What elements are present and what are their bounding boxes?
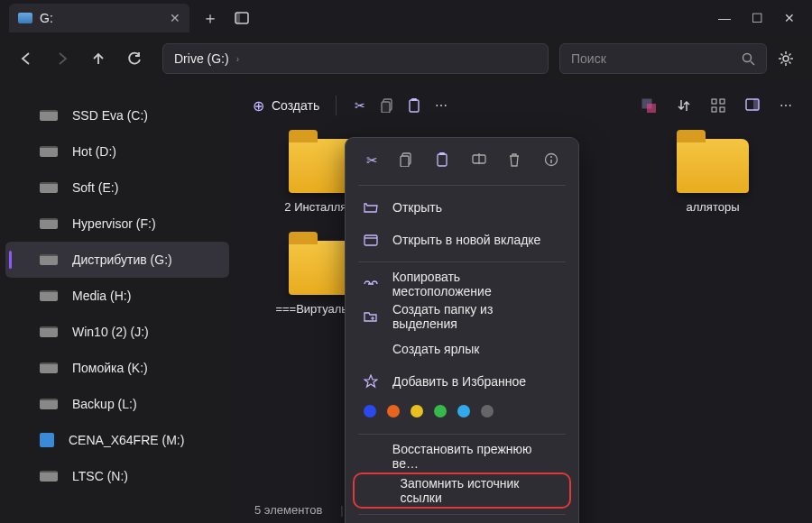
sidebar-item-label: Помойка (K:)	[72, 361, 148, 375]
back-button[interactable]	[18, 50, 43, 67]
ctx-restore[interactable]: Восстановить прежнюю ве…	[346, 440, 578, 473]
drive-icon	[40, 290, 58, 301]
ctx-label: Создать папку из выделения	[392, 302, 560, 331]
sidebar-item-ltsc[interactable]: LTSC (N:)	[0, 458, 235, 494]
drive-icon	[40, 362, 58, 373]
svg-rect-18	[438, 154, 447, 166]
ctx-copy-icon[interactable]	[400, 152, 416, 169]
drive-icon	[40, 399, 58, 409]
settings-button[interactable]	[778, 50, 794, 67]
breadcrumb[interactable]: Drive (G:) ›	[162, 43, 549, 74]
create-label: Создать	[272, 98, 319, 113]
sidebar-item-label: Hypervisor (F:)	[72, 216, 156, 231]
sidebar-item-pomoyka[interactable]: Помойка (K:)	[0, 350, 235, 386]
sidebar-item-label: SSD Eva (C:)	[72, 108, 148, 123]
ctx-open[interactable]: Открыть	[346, 191, 578, 224]
close-button[interactable]: ✕	[783, 11, 796, 25]
svg-rect-23	[364, 235, 377, 245]
new-tab-button[interactable]: ＋	[202, 10, 218, 26]
svg-point-2	[743, 53, 752, 61]
color-swatch[interactable]	[411, 405, 423, 417]
ctx-create-folder[interactable]: Создать папку из выделения	[346, 300, 578, 333]
ctx-label: Создать ярлык	[392, 342, 479, 356]
ctx-add-favorite[interactable]: Добавить в Избранное	[346, 365, 578, 398]
tab-active[interactable]: G: ✕	[9, 4, 189, 32]
svg-rect-1	[235, 13, 240, 23]
paste-button[interactable]	[407, 98, 421, 113]
svg-rect-13	[720, 107, 724, 112]
sidebar-item-cena[interactable]: CENA_X64FRE (M:)	[0, 422, 235, 458]
sidebar-item-backup[interactable]: Backup (L:)	[0, 386, 235, 422]
drive-icon	[40, 254, 58, 265]
folder-label: алляторы	[686, 200, 739, 214]
color-swatch[interactable]	[457, 405, 470, 417]
svg-rect-11	[720, 99, 724, 104]
svg-rect-17	[401, 156, 409, 167]
ctx-delete-icon[interactable]	[508, 152, 524, 169]
drive-icon	[40, 218, 58, 229]
sort-button[interactable]	[677, 98, 691, 114]
svg-rect-19	[439, 152, 445, 155]
close-icon[interactable]: ✕	[170, 11, 180, 25]
color-swatch[interactable]	[434, 405, 447, 417]
sidebar-item-label: CENA_X64FRE (M:)	[69, 433, 184, 447]
ctx-copy-location[interactable]: Копировать местоположение	[346, 268, 578, 300]
maximize-button[interactable]: ☐	[751, 11, 763, 25]
ctx-cut-icon[interactable]: ✂	[364, 152, 380, 169]
plus-icon: ⊕	[253, 97, 264, 115]
svg-rect-7	[411, 98, 417, 101]
color-swatch[interactable]	[481, 405, 494, 417]
tab-icon	[364, 234, 380, 246]
color-swatch[interactable]	[364, 405, 376, 417]
create-button[interactable]: ⊕ Создать	[253, 97, 319, 115]
color-swatch[interactable]	[387, 405, 400, 417]
drive-icon	[40, 182, 58, 193]
ctx-label: Добавить в Избранное	[392, 374, 526, 389]
open-icon	[364, 201, 380, 214]
svg-rect-9	[647, 104, 656, 113]
copy-button[interactable]	[380, 98, 394, 113]
view-layout-button[interactable]	[711, 98, 725, 114]
window-controls: — ☐ ✕	[718, 11, 812, 25]
sidebar-item-media[interactable]: Media (H:)	[0, 278, 235, 314]
sidebar-item-win10[interactable]: Win10 (2) (J:)	[0, 314, 235, 350]
search-input[interactable]: Поиск	[559, 43, 767, 74]
chevron-right-icon: ›	[236, 54, 239, 64]
svg-rect-15	[753, 99, 759, 110]
ctx-rename-icon[interactable]	[472, 152, 488, 169]
ctx-paste-icon[interactable]	[436, 152, 452, 169]
ctx-properties-icon[interactable]	[544, 152, 560, 169]
tab-overview-icon[interactable]	[235, 12, 249, 24]
folder-item[interactable]: алляторы	[650, 139, 776, 214]
search-icon	[742, 52, 755, 66]
up-button[interactable]	[90, 50, 115, 67]
ctx-open-tab[interactable]: Открыть в новой вкладке	[346, 224, 578, 256]
sidebar-item-ssd-eva[interactable]: SSD Eva (C:)	[0, 97, 235, 133]
sidebar-item-label: Win10 (2) (J:)	[72, 325, 149, 339]
link-icon	[364, 280, 380, 289]
ctx-label: Восстановить прежнюю ве…	[392, 442, 560, 471]
ctx-label: Копировать местоположение	[392, 270, 560, 298]
preview-pane-button[interactable]	[745, 98, 760, 114]
sidebar-item-label: Soft (E:)	[72, 180, 118, 195]
tab-title: G:	[40, 11, 53, 25]
folder-plus-icon	[364, 310, 380, 323]
sidebar-item-hypervisor[interactable]: Hypervisor (F:)	[0, 206, 235, 242]
cut-button[interactable]: ✂	[353, 98, 367, 113]
minimize-button[interactable]: —	[718, 11, 731, 25]
forward-button[interactable]	[54, 50, 79, 67]
ctx-create-shortcut[interactable]: Создать ярлык	[346, 333, 578, 365]
overflow-button[interactable]: ⋯	[780, 98, 792, 114]
svg-rect-5	[382, 102, 390, 113]
refresh-button[interactable]	[126, 50, 152, 67]
ctx-label: Открыть	[392, 200, 442, 215]
sidebar-item-distributiv[interactable]: Дистрибутив (G:)	[5, 242, 229, 278]
more-button[interactable]: ⋯	[434, 98, 448, 113]
sidebar-item-label: LTSC (N:)	[72, 469, 128, 483]
context-menu: ✂ Открыть Открыть в новой вкладке	[345, 137, 579, 523]
sidebar-item-hot[interactable]: Hot (D:)	[0, 133, 235, 170]
drive-icon	[40, 110, 58, 121]
sidebar-item-soft[interactable]: Soft (E:)	[0, 170, 235, 206]
multi-select-icon[interactable]	[641, 98, 657, 114]
ctx-remember-source[interactable]: Запомнить источник ссылки	[355, 474, 569, 507]
